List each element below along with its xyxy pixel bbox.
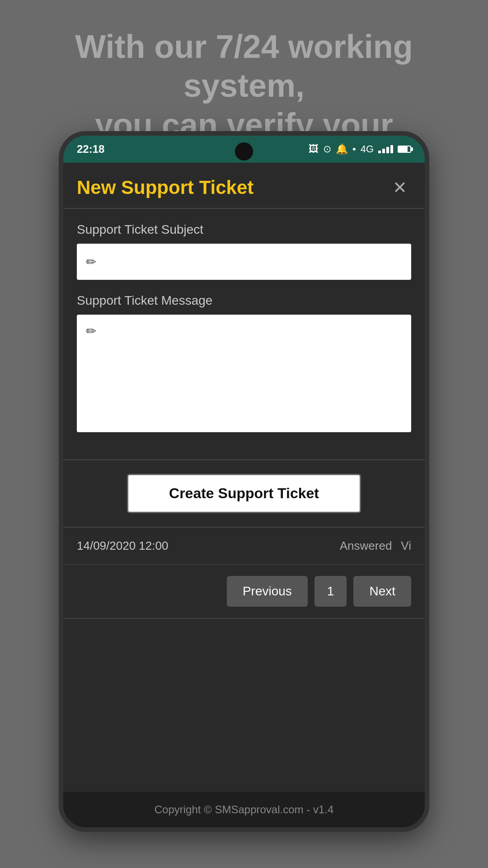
pagination-section: Previous 1 Next bbox=[63, 565, 425, 619]
app-content: New Support Ticket ✕ Support Ticket Subj… bbox=[63, 163, 425, 827]
phone-wrapper: 22:18 🖼 ⊙ 🔔 • 4G bbox=[59, 131, 429, 832]
ticket-row: 14/09/2020 12:00 Answered Vi bbox=[63, 528, 425, 565]
previous-button[interactable]: Previous bbox=[227, 576, 308, 607]
message-input-container[interactable]: ✏ bbox=[77, 315, 411, 432]
page-number: 1 bbox=[314, 576, 347, 607]
create-ticket-button[interactable]: Create Support Ticket bbox=[127, 474, 361, 513]
camera-notch bbox=[235, 142, 253, 160]
button-section: Create Support Ticket bbox=[63, 460, 425, 528]
pencil-icon-message: ✏ bbox=[86, 324, 96, 339]
status-icons: 🖼 ⊙ 🔔 • 4G bbox=[309, 143, 411, 155]
phone-frame: 22:18 🖼 ⊙ 🔔 • 4G bbox=[59, 131, 429, 832]
ticket-date: 14/09/2020 12:00 bbox=[77, 539, 331, 553]
photo-icon: 🖼 bbox=[309, 143, 319, 155]
status-time: 22:18 bbox=[77, 143, 104, 156]
footer-spacer bbox=[63, 619, 425, 664]
ticket-status: Answered bbox=[340, 539, 392, 553]
next-button[interactable]: Next bbox=[353, 576, 411, 607]
subject-input-container[interactable]: ✏ bbox=[77, 244, 411, 280]
ticket-action[interactable]: Vi bbox=[401, 539, 411, 553]
subject-input[interactable] bbox=[101, 255, 402, 269]
app-header: New Support Ticket ✕ bbox=[63, 163, 425, 209]
message-input[interactable] bbox=[101, 324, 402, 405]
form-section: Support Ticket Subject ✏ Support Ticket … bbox=[63, 209, 425, 460]
battery-icon bbox=[398, 146, 411, 153]
message-label: Support Ticket Message bbox=[77, 293, 411, 308]
ticket-list-section: 14/09/2020 12:00 Answered Vi bbox=[63, 528, 425, 565]
instagram-icon: ⊙ bbox=[323, 143, 331, 155]
dot-icon: • bbox=[352, 143, 356, 155]
dialog-title: New Support Ticket bbox=[77, 177, 253, 198]
hero-line1: With our 7/24 working system, bbox=[75, 28, 413, 104]
pencil-icon-subject: ✏ bbox=[86, 255, 96, 269]
copyright-text: Copyright © SMSapproval.com - v1.4 bbox=[155, 803, 334, 816]
network-label: 4G bbox=[361, 143, 374, 155]
signal-icon bbox=[378, 145, 393, 153]
subject-label: Support Ticket Subject bbox=[77, 222, 411, 237]
bell-icon: 🔔 bbox=[336, 143, 348, 155]
app-footer: Copyright © SMSapproval.com - v1.4 bbox=[63, 792, 425, 827]
close-button[interactable]: ✕ bbox=[389, 176, 411, 199]
